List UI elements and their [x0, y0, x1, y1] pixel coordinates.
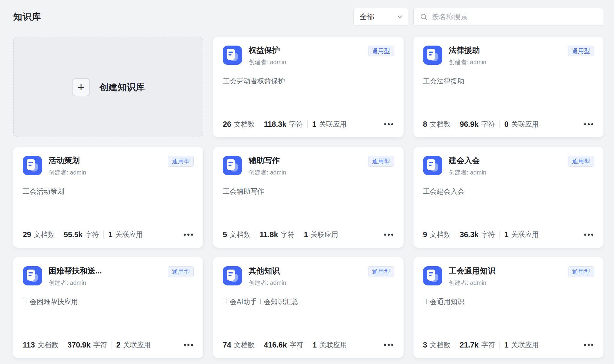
knowledge-base-grid: + 创建知识库 权益保护 创建者: admin 通用型 工会劳动者权益保护 26… — [13, 37, 604, 358]
kb-card[interactable]: 辅助写作 创建者: admin 通用型 工会辅助写作 5文档数 11.8k字符 … — [213, 147, 403, 248]
kb-card-heading: 困难帮扶和送... 创建者: admin — [49, 266, 164, 287]
kb-description: 工会建会入会 — [423, 186, 594, 230]
kb-title: 困难帮扶和送... — [49, 266, 164, 276]
kb-title: 其他知识 — [249, 266, 364, 276]
kb-card[interactable]: 其他知识 创建者: admin 通用型 工会AI助手工会知识汇总 74文档数 4… — [213, 257, 403, 358]
kb-card-heading: 法律援助 创建者: admin — [449, 46, 565, 66]
char-count-label: 字符 — [290, 340, 303, 350]
kb-title: 辅助写作 — [249, 156, 364, 165]
app-count-label: 关联应用 — [319, 120, 347, 129]
app-count-label: 关联应用 — [311, 230, 338, 239]
doc-count: 3 — [423, 341, 427, 349]
create-knowledge-base-label: 创建知识库 — [100, 81, 145, 94]
char-count: 96.9k — [460, 120, 479, 129]
kb-type-badge: 通用型 — [168, 156, 194, 167]
kb-card[interactable]: 活动策划 创建者: admin 通用型 工会活动策划 29文档数 55.5k字符… — [13, 147, 203, 248]
knowledge-base-page: 知识库 全部 + 创建知识库 权益保护 创建者: admin — [0, 0, 614, 364]
kb-title: 工会通用知识 — [449, 266, 565, 276]
kb-description: 工会活动策划 — [23, 186, 194, 230]
kb-description: 工会劳动者权益保护 — [223, 76, 394, 120]
char-count-label: 字符 — [93, 340, 107, 350]
kb-stats: 9文档数 36.3k字符 1关联应用 — [423, 230, 594, 239]
app-count: 1 — [504, 341, 508, 349]
knowledge-base-icon — [423, 46, 442, 65]
app-count-label: 关联应用 — [115, 230, 143, 239]
char-count: 118.3k — [264, 120, 286, 129]
kb-stats: 8文档数 96.9k字符 0关联应用 — [423, 120, 594, 129]
stat-divider — [299, 231, 299, 239]
more-actions-button[interactable] — [583, 342, 594, 348]
doc-count: 9 — [423, 230, 427, 239]
kb-card-heading: 其他知识 创建者: admin — [249, 266, 364, 287]
knowledge-base-icon — [423, 266, 442, 285]
doc-count: 113 — [23, 341, 35, 349]
stat-divider — [112, 341, 112, 349]
kb-creator: 创建者: admin — [449, 58, 565, 66]
kb-creator: 创建者: admin — [249, 169, 364, 177]
search-box[interactable] — [413, 8, 603, 26]
kb-card[interactable]: 建会入会 创建者: admin 通用型 工会建会入会 9文档数 36.3k字符 … — [413, 147, 604, 248]
kb-type-badge: 通用型 — [568, 156, 594, 167]
doc-count-label: 文档数 — [34, 230, 55, 239]
more-actions-button[interactable] — [383, 232, 394, 237]
kb-card-heading: 建会入会 创建者: admin — [449, 156, 565, 177]
filter-dropdown-value: 全部 — [360, 12, 374, 22]
app-count-label: 关联应用 — [511, 230, 539, 239]
page-title: 知识库 — [13, 11, 41, 23]
kb-card-heading: 工会通用知识 创建者: admin — [449, 266, 565, 287]
stat-divider — [59, 231, 59, 239]
char-count: 416.6k — [264, 341, 287, 349]
stat-divider — [455, 341, 455, 349]
filter-dropdown[interactable]: 全部 — [353, 8, 408, 26]
kb-card[interactable]: 工会通用知识 创建者: admin 通用型 工会通用知识 3文档数 21.7k字… — [413, 257, 604, 358]
doc-count: 5 — [223, 230, 227, 239]
more-actions-button[interactable] — [583, 232, 594, 237]
stat-divider — [307, 121, 308, 128]
create-knowledge-base-card[interactable]: + 创建知识库 — [13, 37, 203, 137]
stat-divider — [255, 231, 255, 239]
kb-description: 工会AI助手工会知识汇总 — [223, 297, 394, 340]
kb-description: 工会辅助写作 — [223, 186, 394, 230]
kb-type-badge: 通用型 — [568, 266, 594, 277]
stat-divider — [455, 231, 455, 239]
kb-card-header: 辅助写作 创建者: admin 通用型 — [223, 156, 394, 177]
more-actions-button[interactable] — [583, 121, 594, 127]
char-count-label: 字符 — [481, 230, 495, 239]
stat-divider — [455, 121, 455, 128]
doc-count-label: 文档数 — [37, 340, 58, 350]
kb-card-heading: 活动策划 创建者: admin — [49, 156, 164, 177]
app-count: 1 — [304, 230, 308, 239]
search-input[interactable] — [431, 12, 597, 21]
doc-count: 74 — [223, 341, 231, 349]
kb-title: 权益保护 — [249, 46, 364, 55]
knowledge-base-icon — [423, 156, 442, 175]
kb-type-badge: 通用型 — [568, 46, 594, 56]
doc-count-label: 文档数 — [430, 230, 451, 239]
kb-creator: 创建者: admin — [49, 169, 164, 177]
app-count-label: 关联应用 — [511, 120, 539, 129]
chevron-down-icon — [397, 13, 403, 20]
kb-title: 建会入会 — [449, 156, 565, 165]
more-actions-button[interactable] — [383, 121, 394, 127]
char-count-label: 字符 — [481, 120, 495, 129]
app-count-label: 关联应用 — [320, 340, 347, 350]
kb-description: 工会通用知识 — [423, 297, 594, 340]
doc-count-label: 文档数 — [230, 230, 250, 239]
topbar: 知识库 全部 — [0, 0, 614, 26]
doc-count-label: 文档数 — [234, 340, 255, 350]
kb-stats: 3文档数 21.7k字符 1关联应用 — [423, 340, 594, 350]
toolbar-controls: 全部 — [353, 8, 603, 26]
more-actions-button[interactable] — [183, 342, 194, 348]
more-actions-button[interactable] — [183, 232, 194, 237]
kb-stats: 26文档数 118.3k字符 1关联应用 — [223, 120, 394, 129]
stat-divider — [259, 341, 259, 349]
kb-card-header: 其他知识 创建者: admin 通用型 — [223, 266, 394, 287]
knowledge-base-icon — [223, 46, 242, 65]
kb-card[interactable]: 权益保护 创建者: admin 通用型 工会劳动者权益保护 26文档数 118.… — [213, 37, 403, 137]
kb-card[interactable]: 法律援助 创建者: admin 通用型 工会法律援助 8文档数 96.9k字符 … — [413, 37, 604, 137]
knowledge-base-icon — [223, 266, 242, 285]
kb-creator: 创建者: admin — [249, 279, 364, 287]
kb-card[interactable]: 困难帮扶和送... 创建者: admin 通用型 工会困难帮扶应用 113文档数… — [13, 257, 203, 358]
kb-title: 法律援助 — [449, 46, 565, 55]
more-actions-button[interactable] — [383, 342, 394, 348]
